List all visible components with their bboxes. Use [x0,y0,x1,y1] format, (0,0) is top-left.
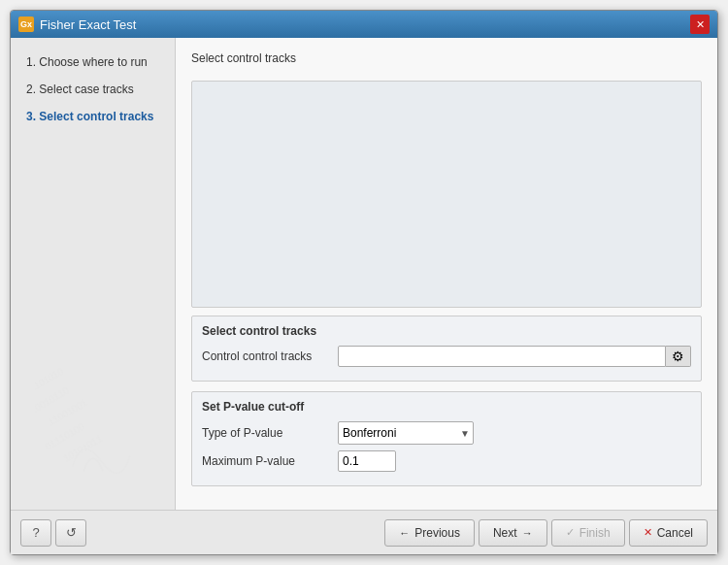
svg-text:01101010: 01101010 [35,365,66,396]
refresh-icon: ↺ [66,525,77,540]
cancel-button[interactable]: ✕ Cancel [629,519,708,547]
control-tracks-row: Control control tracks ⚙ [202,346,691,367]
bottom-bar: ? ↺ ← Previous Next → ✓ Finish ✕ Cancel [11,510,717,554]
window-title: Fisher Exact Test [40,17,136,32]
pvalue-type-row: Type of P-value Bonferroni Benjamini-Hoc… [202,421,691,445]
control-tracks-input[interactable] [338,346,666,367]
main-panel: Select control tracks Select control tra… [176,38,717,510]
finish-button[interactable]: ✓ Finish [551,519,625,547]
pvalue-max-label: Maximum P-value [202,454,338,468]
close-button[interactable]: ✕ [690,15,710,34]
pvalue-type-select[interactable]: Bonferroni Benjamini-Hochberg None [338,421,474,445]
pvalue-type-label: Type of P-value [202,426,338,440]
browse-button[interactable]: ⚙ [666,346,691,367]
finish-check-icon: ✓ [566,526,575,539]
pvalue-type-wrapper: Bonferroni Benjamini-Hochberg None ▼ [338,421,474,445]
next-button[interactable]: Next → [479,519,547,547]
refresh-button[interactable]: ↺ [55,519,86,547]
pvalue-max-row: Maximum P-value [202,450,691,472]
svg-text:01110100: 01110100 [43,420,85,451]
main-window: Gx Fisher Exact Test ✕ 1. Choose where t… [10,10,718,555]
sidebar-item-3[interactable]: 3. Select control tracks [20,106,165,127]
svg-text:11001001: 11001001 [46,397,88,428]
cancel-x-icon: ✕ [644,526,652,539]
title-bar-left: Gx Fisher Exact Test [18,17,136,32]
svg-text:10010110: 10010110 [35,384,71,415]
control-input-wrapper: ⚙ [338,346,691,367]
previous-button[interactable]: ← Previous [384,519,475,547]
pvalue-max-input[interactable] [338,450,396,472]
next-arrow-icon: → [522,527,533,539]
help-button[interactable]: ? [20,519,51,547]
pvalue-section: Set P-value cut-off Type of P-value Bonf… [191,391,702,486]
pvalue-title: Set P-value cut-off [202,400,691,414]
app-icon: Gx [18,17,34,32]
svg-text:10101011: 10101011 [61,433,104,464]
top-spacer [191,81,702,308]
control-tracks-title: Select control tracks [202,324,691,338]
watermark: 01101010 10010110 11001001 01110100 1010… [35,335,151,500]
sidebar-item-2[interactable]: 2. Select case tracks [20,79,165,100]
sidebar-item-1[interactable]: 1. Choose where to run [20,51,165,73]
bottom-right-buttons: ← Previous Next → ✓ Finish ✕ Cancel [384,519,708,547]
prev-arrow-icon: ← [399,527,410,539]
sidebar: 1. Choose where to run 2. Select case tr… [11,38,176,510]
title-bar: Gx Fisher Exact Test ✕ [11,11,717,38]
panel-title: Select control tracks [191,51,702,65]
content-area: 1. Choose where to run 2. Select case tr… [11,38,717,510]
browse-icon: ⚙ [672,349,684,364]
bottom-left-buttons: ? ↺ [20,519,86,547]
control-tracks-section: Select control tracks Control control tr… [191,316,702,382]
help-icon: ? [32,525,39,540]
control-tracks-label: Control control tracks [202,349,338,363]
